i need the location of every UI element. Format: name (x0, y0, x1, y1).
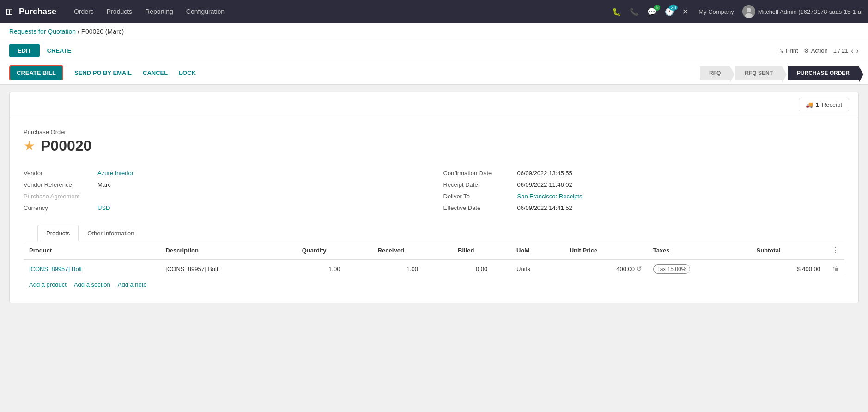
next-page-button[interactable]: › (856, 47, 859, 55)
app-grid-icon[interactable]: ⊞ (6, 6, 13, 17)
deliver-to-value[interactable]: San Francisco: Receipts (517, 193, 583, 200)
document-type-label: Purchase Order (24, 129, 844, 135)
document-body: Purchase Order ★ P00020 Vendor Azure Int… (10, 117, 858, 303)
truck-icon: 🚚 (806, 101, 813, 108)
pipeline-rfq-sent[interactable]: RFQ SENT (735, 66, 782, 80)
tab-products[interactable]: Products (37, 225, 79, 241)
document-card: 🚚 1 Receipt Purchase Order ★ P00020 Vend… (9, 92, 859, 303)
nav-configuration[interactable]: Configuration (180, 0, 231, 23)
add-note-link[interactable]: Add a note (118, 281, 147, 288)
col-received: Received (372, 241, 452, 260)
chat-badge: 5 (654, 5, 661, 11)
company-name: My Company (698, 8, 734, 15)
nav-orders[interactable]: Orders (67, 0, 100, 23)
vendor-reference-field: Vendor Reference Marc (24, 179, 425, 191)
status-bar: CREATE BILL SEND PO BY EMAIL CANCEL LOCK… (0, 61, 868, 85)
pipeline-purchase-order[interactable]: PURCHASE ORDER (788, 66, 859, 80)
printer-icon: 🖨 (778, 47, 784, 54)
breadcrumb-parent[interactable]: Requests for Quotation (9, 28, 76, 35)
status-pipeline: RFQ RFQ SENT PURCHASE ORDER (700, 66, 859, 80)
form-section: Vendor Azure Interior Vendor Reference M… (24, 167, 844, 214)
row-quantity: 1.00 (297, 260, 372, 277)
receipt-button[interactable]: 🚚 1 Receipt (799, 98, 849, 111)
col-product: Product (24, 241, 160, 260)
prev-page-button[interactable]: ‹ (851, 47, 853, 55)
vendor-reference-value: Marc (97, 181, 111, 188)
breadcrumb: Requests for Quotation / P00020 (Marc) (0, 23, 868, 40)
star-icon[interactable]: ★ (24, 138, 35, 154)
add-product-link[interactable]: Add a product (29, 281, 67, 288)
table-row: [CONS_89957] Bolt [CONS_89957] Bolt 1.00… (24, 260, 844, 277)
row-received: 1.00 (372, 260, 452, 277)
purchase-agreement-field: Purchase Agreement (24, 191, 425, 202)
vendor-value[interactable]: Azure Interior (97, 170, 134, 177)
reset-icon[interactable]: ↺ (637, 265, 642, 272)
row-uom: Units (511, 260, 564, 277)
phone-icon[interactable]: 📞 (628, 6, 641, 18)
close-icon[interactable]: ✕ (680, 6, 690, 18)
nav-icons: 🐛 📞 💬 5 🕐 28 ✕ My Company Mitchell Admin… (610, 5, 862, 18)
pipeline-rfq[interactable]: RFQ (700, 66, 730, 80)
action-button[interactable]: ⚙ Action (804, 47, 828, 54)
user-name: Mitchell Admin (16273178-saas-15-1-al (758, 8, 862, 15)
user-avatar (742, 5, 755, 18)
products-table: Product Description Quantity Received Bi… (24, 241, 844, 277)
create-bill-button[interactable]: CREATE BILL (9, 65, 63, 80)
lock-button[interactable]: LOCK (173, 66, 201, 80)
action-bar: EDIT CREATE 🖨 Print ⚙ Action 1 / 21 ‹ › (0, 40, 868, 61)
add-section-link[interactable]: Add a section (74, 281, 110, 288)
confirmation-date-value: 06/09/2022 13:45:55 (517, 170, 572, 177)
gear-icon: ⚙ (804, 47, 809, 54)
table-footer: Add a product Add a section Add a note (24, 277, 844, 292)
column-menu-icon[interactable]: ⋮ (832, 246, 839, 254)
row-subtotal: $ 400.00 (751, 260, 826, 277)
document-title: ★ P00020 (24, 137, 844, 154)
trash-icon[interactable]: 🗑 (832, 265, 839, 272)
svg-point-2 (745, 13, 753, 18)
nav-reporting[interactable]: Reporting (139, 0, 180, 23)
nav-products[interactable]: Products (100, 0, 139, 23)
receipt-date-field: Receipt Date 06/09/2022 11:46:02 (443, 179, 845, 191)
clock-icon[interactable]: 🕐 28 (663, 6, 676, 18)
edit-button[interactable]: EDIT (9, 44, 40, 57)
main-content: 🚚 1 Receipt Purchase Order ★ P00020 Vend… (0, 85, 868, 404)
receipt-bar: 🚚 1 Receipt (10, 92, 858, 117)
col-menu[interactable]: ⋮ (826, 241, 844, 260)
row-taxes: Tax 15.00% (648, 260, 751, 277)
row-billed: 0.00 (452, 260, 511, 277)
create-button[interactable]: CREATE (45, 44, 73, 57)
send-po-button[interactable]: SEND PO BY EMAIL (69, 66, 137, 80)
currency-field: Currency USD (24, 202, 425, 214)
cancel-button[interactable]: CANCEL (137, 66, 173, 80)
col-taxes: Taxes (648, 241, 751, 260)
receipt-label: Receipt (822, 101, 842, 108)
effective-date-field: Effective Date 06/09/2022 14:41:52 (443, 202, 845, 214)
chat-icon[interactable]: 💬 5 (645, 6, 658, 18)
effective-date-value: 06/09/2022 14:41:52 (517, 204, 572, 211)
col-uom: UoM (511, 241, 564, 260)
col-subtotal: Subtotal (751, 241, 826, 260)
breadcrumb-separator: / (78, 28, 81, 35)
col-billed: Billed (452, 241, 511, 260)
form-left: Vendor Azure Interior Vendor Reference M… (24, 167, 425, 214)
receipt-date-value: 06/09/2022 11:46:02 (517, 181, 572, 188)
deliver-to-field: Deliver To San Francisco: Receipts (443, 191, 845, 202)
tax-badge[interactable]: Tax 15.00% (653, 264, 691, 274)
row-unit-price: 400.00 ↺ (564, 260, 648, 277)
tab-other-information[interactable]: Other Information (79, 225, 143, 241)
vendor-field: Vendor Azure Interior (24, 167, 425, 179)
bug-icon[interactable]: 🐛 (610, 6, 623, 18)
col-quantity: Quantity (297, 241, 372, 260)
receipt-count: 1 (816, 101, 819, 108)
row-product[interactable]: [CONS_89957] Bolt (24, 260, 160, 277)
svg-point-1 (747, 8, 751, 12)
breadcrumb-current: P00020 (Marc) (81, 28, 124, 35)
form-right: Confirmation Date 06/09/2022 13:45:55 Re… (443, 167, 845, 214)
clock-badge: 28 (669, 5, 678, 11)
print-button[interactable]: 🖨 Print (778, 47, 798, 54)
confirmation-date-field: Confirmation Date 06/09/2022 13:45:55 (443, 167, 845, 179)
user-info: Mitchell Admin (16273178-saas-15-1-al (742, 5, 862, 18)
order-number: P00020 (41, 137, 91, 154)
add-links: Add a product Add a section Add a note (29, 281, 839, 288)
currency-value[interactable]: USD (97, 204, 110, 211)
